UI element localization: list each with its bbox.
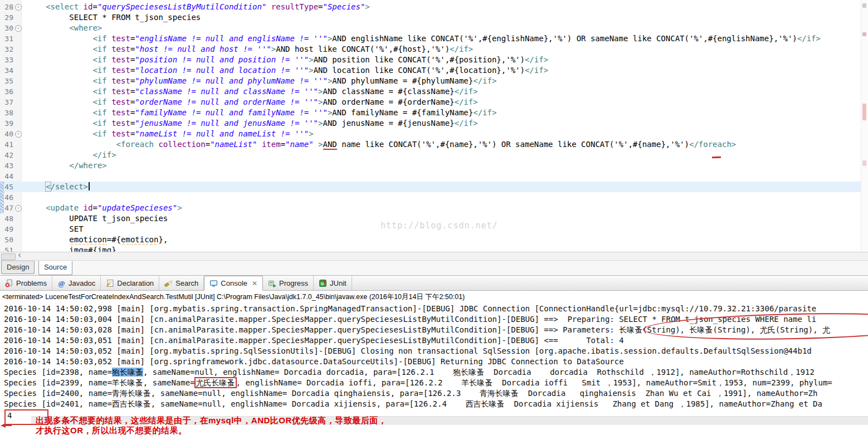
text-run	[314, 140, 318, 149]
text-run: img	[97, 246, 111, 252]
overview-ruler[interactable]	[861, 0, 868, 252]
code-line[interactable]: 29 SELECT * FROM t_json_species	[0, 12, 868, 23]
text-run: item	[257, 140, 280, 149]
text-run: "position != null and position != ''"	[135, 55, 309, 64]
code-line[interactable]: 34 <if test="location != null and locati…	[0, 65, 868, 76]
text-run: AND className = #{className}	[323, 87, 455, 96]
fold-icon[interactable]: −	[14, 23, 22, 33]
text-run: test	[107, 45, 130, 53]
text-run: resultType	[266, 2, 318, 11]
code-line[interactable]: 33 <if test="position != null and positi…	[0, 55, 868, 65]
code-text: </where>	[22, 160, 868, 171]
code-area[interactable]: 28− <select id="querySpeciesesListByMuti…	[0, 2, 868, 252]
code-line[interactable]: 31 <if test="englisName != null and engl…	[0, 33, 868, 44]
text-run: </foreach>	[689, 140, 736, 149]
code-text: SELECT * FROM t_json_species	[22, 12, 868, 23]
code-line[interactable]: 41 <foreach collection="nameList" item="…	[0, 139, 868, 150]
console-icon	[209, 279, 218, 287]
console-line: 2016-10-14 14:50:02,998 [main] [org.myba…	[0, 304, 868, 314]
view-tab-console[interactable]: Console✕	[204, 276, 263, 291]
code-line[interactable]: 39 <if test="jenusName != null and jenus…	[0, 118, 868, 129]
code-line[interactable]: 28− <select id="querySpeciesesListByMuti…	[0, 2, 868, 12]
line-number: 33	[0, 55, 14, 65]
code-line[interactable]: 44	[0, 171, 868, 182]
text-run: test	[107, 129, 130, 138]
view-tab-progress[interactable]: Progress	[263, 276, 314, 290]
code-line[interactable]: 46	[0, 192, 868, 203]
fold-column	[14, 107, 22, 118]
code-line[interactable]: 50 emoticon=#{emoticon},	[0, 234, 868, 245]
text-run: id	[79, 203, 92, 212]
text-run: =	[318, 2, 323, 11]
text-run: },	[111, 246, 121, 252]
tab-design[interactable]: Design	[1, 261, 35, 274]
text-run: >	[271, 45, 276, 53]
code-text: <if test="familyName != null and familyN…	[22, 107, 868, 118]
view-tab-label: Console	[221, 279, 247, 287]
text-run: >	[309, 129, 313, 138]
text-run: AND orderName = #{orderName}	[323, 97, 455, 106]
svg-text:@: @	[58, 279, 65, 287]
line-number: 48	[0, 213, 14, 224]
view-tab-junit[interactable]: uJUnit	[314, 276, 352, 290]
text-run: "phylumName != null and phylumName != ''…	[135, 76, 328, 85]
text-run: <foreach	[116, 140, 154, 149]
code-line[interactable]: 30− <where>	[0, 23, 868, 33]
editor-hscrollbar[interactable]	[0, 252, 868, 261]
code-text: </select>	[22, 182, 868, 192]
code-text: <if test="phylumName != null and phylumN…	[22, 76, 868, 86]
code-line[interactable]: 40− <if test="nameList != null and nameL…	[0, 129, 868, 139]
text-run	[22, 182, 46, 191]
code-line[interactable]: 45 </select>	[0, 182, 868, 192]
selected-text: 狍长喙蚤	[112, 368, 143, 377]
view-tab-label: Problems	[16, 279, 47, 287]
problems-icon	[5, 279, 13, 287]
declaration-icon	[106, 279, 114, 287]
eclipse-window: { "colors":{"annotation_red":"#D03030","…	[0, 0, 868, 435]
text-run: AND location like CONCAT('%',#{location}…	[314, 66, 525, 75]
xml-editor[interactable]: 28− <select id="querySpeciesesListByMuti…	[0, 0, 868, 252]
view-tab-label: Declaration	[117, 279, 154, 287]
text-run: test	[107, 55, 130, 64]
code-line[interactable]: 35 <if test="phylumName != null and phyl…	[0, 76, 868, 86]
view-tab-problems[interactable]: Problems	[0, 276, 52, 290]
code-line[interactable]: 43 </where>	[0, 160, 868, 171]
scroll-left-icon[interactable]	[18, 251, 21, 260]
code-text: <if test="position != null and position …	[22, 55, 868, 65]
text-run: </if>	[473, 76, 496, 85]
text-run: >	[309, 55, 313, 64]
annotation-note-line2: 才执行这OR，所以出现不想要的结果。	[36, 425, 187, 435]
line-number: 35	[0, 76, 14, 86]
fold-column	[14, 234, 22, 245]
text-run: test	[107, 108, 130, 117]
text-run	[22, 246, 69, 252]
code-line[interactable]: 47− <update id="updateSpecieses">	[0, 203, 868, 213]
code-line[interactable]: 38 <if test="familyName != null and fami…	[0, 107, 868, 118]
text-run: <if	[92, 76, 106, 85]
text-run	[22, 66, 92, 75]
hscrollbar-thumb[interactable]	[1, 253, 16, 260]
code-line[interactable]: 42 </if>	[0, 150, 868, 160]
code-line[interactable]: 51 img=#{img},	[0, 245, 868, 252]
javadoc-icon: @	[57, 279, 66, 287]
fold-column	[14, 33, 22, 44]
close-icon[interactable]: ✕	[252, 280, 257, 287]
view-tab-javadoc[interactable]: @Javadoc	[52, 276, 101, 290]
fold-icon[interactable]: −	[14, 203, 22, 213]
view-tab-declaration[interactable]: Declaration	[101, 276, 159, 290]
line-number: 29	[0, 12, 14, 23]
fold-icon[interactable]: −	[14, 2, 22, 12]
view-tab-label: JUnit	[330, 279, 347, 287]
view-tab-search[interactable]: Search	[159, 276, 204, 290]
tab-source[interactable]: Source	[38, 261, 72, 275]
fold-icon[interactable]: −	[14, 129, 22, 139]
code-text: <if test="orderName != null and orderNam…	[22, 97, 868, 107]
code-line[interactable]: 37 <if test="orderName != null and order…	[0, 97, 868, 107]
line-number: 37	[0, 97, 14, 107]
line-number: 38	[0, 107, 14, 118]
code-line[interactable]: 36 <if test="className != null and class…	[0, 86, 868, 97]
line-number: 31	[0, 33, 14, 44]
code-line[interactable]: 32 <if test="host != null and host != ''…	[0, 44, 868, 55]
line-number: 28	[0, 2, 14, 12]
text-run: /select>	[51, 182, 88, 191]
